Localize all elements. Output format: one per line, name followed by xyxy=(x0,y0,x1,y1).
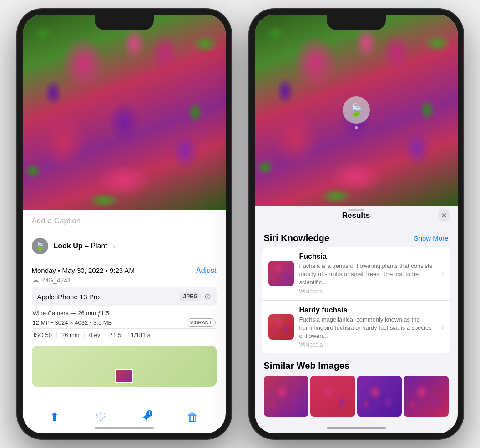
spec-iso: ISO 50 xyxy=(34,332,57,338)
siri-knowledge-header: Siri Knowledge Show More xyxy=(255,226,458,247)
thumb-overlay-2 xyxy=(268,314,294,340)
camera-model-row: Apple iPhone 13 Pro JPEG ⊙ xyxy=(32,287,217,306)
share-icon: ⬆ xyxy=(50,410,60,424)
similar-image-1[interactable] xyxy=(264,376,309,417)
results-panel: Results ✕ Siri Knowledge Show More xyxy=(255,206,458,433)
bottom-toolbar: ⬆ ♡ ✦ i 🗑 xyxy=(23,410,226,424)
lookup-text: Look Up – Plant xyxy=(54,242,107,250)
thumb-overlay-1 xyxy=(268,261,294,286)
visual-lookup-button[interactable]: 🍃 xyxy=(343,96,370,124)
spec-ev: 0 ev xyxy=(85,332,106,338)
info-badge: i xyxy=(146,410,152,417)
info-btn-wrapper: ✦ i xyxy=(141,411,151,424)
caption-placeholder: Add a Caption xyxy=(32,216,81,225)
similar-images-grid xyxy=(264,376,449,417)
camera-badges: JPEG ⊙ xyxy=(180,292,211,302)
phones-container: Add a Caption 🍃 Look Up – Plant › Monday… xyxy=(8,0,472,448)
map-photo-thumb xyxy=(115,369,133,383)
hardy-content: Hardy fuchsia Fuchsia magellanica, commo… xyxy=(299,306,436,348)
favorite-button[interactable]: ♡ xyxy=(96,410,106,424)
date-row: Monday • May 30, 2022 • 9:23 AM ☁ IMG_42… xyxy=(23,260,226,287)
heart-icon: ♡ xyxy=(96,410,106,424)
info-button[interactable]: ✦ i xyxy=(141,411,151,424)
date-main: Monday • May 30, 2022 • 9:23 AM xyxy=(32,267,135,274)
visual-lookup-dot xyxy=(355,126,358,129)
trash-icon: 🗑 xyxy=(187,410,198,424)
spec-aperture: ƒ1.5 xyxy=(105,332,126,338)
phone-1-screen: Add a Caption 🍃 Look Up – Plant › Monday… xyxy=(23,15,226,433)
flower-green xyxy=(23,15,226,210)
similar-image-2[interactable] xyxy=(310,376,355,417)
knowledge-item-hardy[interactable]: Hardy fuchsia Fuchsia magellanica, commo… xyxy=(262,300,450,354)
lookup-chevron: › xyxy=(114,242,116,250)
home-indicator-2 xyxy=(327,427,386,429)
camera-section: Apple iPhone 13 Pro JPEG ⊙ Wide Camera —… xyxy=(23,287,226,341)
hardy-chevron: › xyxy=(442,323,444,331)
camera-specs-row: ISO 50 26 mm 0 ev ƒ1.5 1/181 s xyxy=(33,328,216,341)
similar-image-4[interactable] xyxy=(404,376,449,417)
cloud-icon: ☁ xyxy=(32,276,39,284)
leaf-icon: 🍃 xyxy=(35,241,45,251)
leaf-icon-2: 🍃 xyxy=(348,103,364,118)
caption-area[interactable]: Add a Caption xyxy=(23,210,226,232)
spec-mm: 26 mm xyxy=(57,332,85,338)
flower-photo xyxy=(23,15,226,210)
visual-lookup-icon: 🍃 xyxy=(32,238,48,254)
phone-2: 🍃 Results ✕ Siri Knowledge Show More xyxy=(249,9,463,439)
drag-handle xyxy=(348,209,364,211)
similar-images-title: Similar Web Images xyxy=(264,361,449,371)
flower-photo-2: 🍃 xyxy=(255,15,458,206)
results-close-button[interactable]: ✕ xyxy=(438,209,450,222)
date-sub: ☁ IMG_4241 xyxy=(32,276,135,284)
siri-knowledge-title: Siri Knowledge xyxy=(264,233,329,243)
share-button[interactable]: ⬆ xyxy=(50,410,60,424)
fuchsia-content: Fuchsia Fuchsia is a genus of flowering … xyxy=(299,252,436,295)
fuchsia-thumbnail xyxy=(268,261,294,286)
jpeg-badge: JPEG xyxy=(180,292,200,301)
info-i: i xyxy=(149,411,150,416)
home-indicator xyxy=(95,427,154,429)
fuchsia-source: Wikipedia xyxy=(299,288,436,295)
date-info: Monday • May 30, 2022 • 9:23 AM ☁ IMG_42… xyxy=(32,267,135,284)
phone-2-screen: 🍃 Results ✕ Siri Knowledge Show More xyxy=(255,15,458,433)
spec-shutter: 1/181 s xyxy=(126,332,155,338)
camera-line2: 12 MP • 3024 × 4032 • 3.5 MB VIBRANT xyxy=(33,318,216,327)
hardy-thumbnail xyxy=(268,314,294,340)
results-header: Results ✕ xyxy=(255,206,458,226)
notch-2 xyxy=(327,15,386,30)
vibrant-badge: VIBRANT xyxy=(187,318,216,327)
location-icon: ⊙ xyxy=(204,292,211,302)
camera-line1: Wide Camera — 26 mm ƒ1.5 xyxy=(33,310,216,317)
hardy-source: Wikipedia xyxy=(299,342,436,348)
fuchsia-desc: Fuchsia is a genus of flowering plants t… xyxy=(299,262,436,287)
adjust-button[interactable]: Adjust xyxy=(196,267,216,275)
results-title: Results xyxy=(342,211,370,220)
lookup-row[interactable]: 🍃 Look Up – Plant › xyxy=(23,232,226,260)
map-section[interactable] xyxy=(32,346,217,387)
delete-button[interactable]: 🗑 xyxy=(187,410,198,424)
camera-model: Apple iPhone 13 Pro xyxy=(37,293,100,301)
similar-image-3[interactable] xyxy=(357,376,402,417)
notch xyxy=(95,15,154,30)
camera-details: Wide Camera — 26 mm ƒ1.5 12 MP • 3024 × … xyxy=(32,310,217,341)
fuchsia-name: Fuchsia xyxy=(299,252,436,261)
hardy-desc: Fuchsia magellanica, commonly known as t… xyxy=(299,316,436,341)
phone-1: Add a Caption 🍃 Look Up – Plant › Monday… xyxy=(17,9,231,439)
knowledge-item-fuchsia[interactable]: Fuchsia Fuchsia is a genus of flowering … xyxy=(262,247,450,300)
fuchsia-chevron: › xyxy=(442,270,444,277)
hardy-name: Hardy fuchsia xyxy=(299,306,436,314)
knowledge-card: Fuchsia Fuchsia is a genus of flowering … xyxy=(262,247,450,353)
show-more-button[interactable]: Show More xyxy=(414,234,449,242)
similar-images-section: Similar Web Images xyxy=(255,353,458,420)
